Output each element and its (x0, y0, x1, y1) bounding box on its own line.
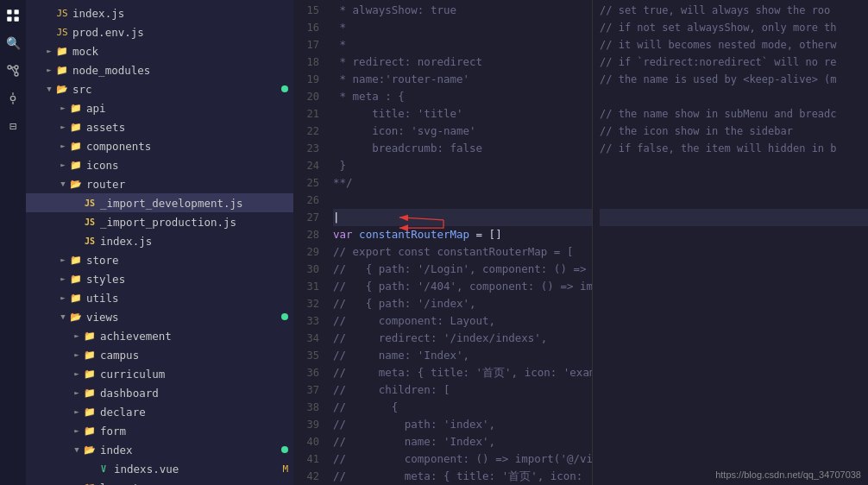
indexs-vue-file[interactable]: V indexs.vue M (26, 459, 293, 478)
js-file-icon: JS (83, 196, 97, 210)
files-icon[interactable] (3, 5, 23, 26)
list-item[interactable]: ► 📁 styles (26, 269, 293, 288)
folder-label: styles (86, 273, 293, 286)
folder-arrow-icon: ► (57, 273, 69, 285)
list-item[interactable]: ► 📁 components (26, 136, 293, 155)
list-item[interactable]: ► 📁 dashboard (26, 383, 293, 402)
file-label: _import_development.js (100, 197, 293, 210)
list-item[interactable]: JS prod.env.js (26, 22, 293, 41)
spacer-icon (71, 235, 83, 247)
list-item[interactable]: ► 📁 store (26, 250, 293, 269)
folder-arrow-icon: ► (71, 349, 83, 361)
folder-label: node_modules (72, 64, 293, 77)
import-prod-file[interactable]: JS _import_production.js (26, 212, 293, 231)
activity-bar: 🔍 ⊟ (0, 0, 26, 485)
folder-icon: 📁 (55, 63, 69, 77)
list-item[interactable]: ► 📁 assets (26, 117, 293, 136)
folder-label: dashboard (100, 387, 293, 400)
folder-icon: 📁 (83, 405, 97, 419)
list-item[interactable]: ► 📁 form (26, 421, 293, 440)
folder-arrow-icon: ► (57, 121, 69, 133)
svg-point-4 (8, 66, 11, 69)
folder-open-icon: 📂 (55, 82, 69, 96)
views-folder[interactable]: ▼ 📂 views (26, 307, 293, 326)
folder-arrow-icon: ▼ (57, 178, 69, 190)
folder-arrow-icon: ► (71, 482, 83, 485)
folder-arrow-icon: ► (57, 254, 69, 266)
folder-label: campus (100, 349, 293, 362)
list-item[interactable]: JS index.js (26, 3, 293, 22)
folder-icon: 📁 (69, 120, 83, 134)
folder-label: utils (86, 292, 293, 305)
folder-arrow-icon: ► (43, 64, 55, 76)
folder-label: assets (86, 121, 293, 134)
folder-arrow-icon: ► (71, 425, 83, 437)
list-item[interactable]: ► 📁 achievement (26, 326, 293, 345)
folder-label: layout (100, 482, 293, 486)
folder-icon: 📁 (69, 158, 83, 172)
folder-label: components (86, 140, 293, 153)
folder-icon: 📁 (69, 253, 83, 267)
views-index-folder[interactable]: ▼ 📂 index (26, 440, 293, 459)
git-icon[interactable] (3, 60, 23, 81)
right-code-text: // set true, will always show the roo //… (593, 0, 868, 485)
folder-label: router (86, 178, 293, 191)
list-item[interactable]: ► 📁 campus (26, 345, 293, 364)
folder-arrow-icon: ► (57, 140, 69, 152)
list-item[interactable]: ► 📁 api (26, 98, 293, 117)
list-item[interactable]: ► 📁 layout (26, 478, 293, 485)
folder-label: index (100, 444, 281, 457)
spacer-icon (43, 26, 55, 38)
svg-point-10 (10, 96, 15, 100)
folder-icon: 📁 (69, 139, 83, 153)
debug-icon[interactable] (3, 88, 23, 109)
watermark: https://blog.csdn.net/qq_34707038 (715, 469, 861, 480)
folder-icon: 📁 (83, 424, 97, 438)
file-label: index.js (72, 7, 293, 20)
spacer-icon (85, 463, 97, 475)
list-item[interactable]: ► 📁 utils (26, 288, 293, 307)
js-file-icon: JS (83, 215, 97, 229)
list-item[interactable]: ► 📁 mock (26, 41, 293, 60)
modified-badge (281, 446, 288, 453)
import-dev-file[interactable]: JS _import_development.js (26, 193, 293, 212)
js-file-icon: JS (83, 234, 97, 248)
router-folder[interactable]: ▼ 📂 router (26, 174, 293, 193)
file-label: prod.env.js (72, 26, 293, 39)
folder-arrow-icon: ► (43, 45, 55, 57)
extensions-icon[interactable]: ⊟ (3, 116, 23, 136)
folder-icon: 📁 (69, 272, 83, 286)
code-text[interactable]: * alwaysShow: true * * * redirect: nored… (326, 0, 592, 485)
js-file-icon: JS (55, 25, 69, 39)
folder-label: src (72, 83, 281, 96)
folder-icon: 📁 (83, 386, 97, 400)
modified-marker: M (282, 463, 288, 475)
editor-area: 1516171819 2021222324 2526272829 3031323… (293, 0, 868, 485)
folder-icon: 📁 (55, 44, 69, 58)
list-item[interactable]: ► 📁 curriculum (26, 364, 293, 383)
file-label: index.js (100, 235, 293, 248)
svg-line-9 (11, 67, 15, 72)
svg-rect-1 (15, 9, 19, 14)
file-label: indexs.vue (114, 463, 282, 476)
right-comments-panel: // set true, will always show the roo //… (592, 0, 868, 485)
folder-open-icon: 📂 (69, 310, 83, 324)
svg-point-5 (15, 72, 18, 76)
router-index-file[interactable]: JS index.js (26, 231, 293, 250)
svg-rect-3 (15, 17, 19, 22)
modified-badge (281, 85, 288, 92)
list-item[interactable]: ► 📁 node_modules (26, 60, 293, 79)
right-code-body: // set true, will always show the roo //… (593, 0, 868, 485)
file-tree: JS index.js JS prod.env.js ► 📁 mock ► 📁 … (26, 0, 293, 485)
folder-label: views (86, 311, 281, 324)
list-item[interactable]: ▼ 📂 src (26, 79, 293, 98)
folder-label: api (86, 102, 293, 115)
folder-arrow-icon: ► (57, 159, 69, 171)
list-item[interactable]: ► 📁 icons (26, 155, 293, 174)
folder-arrow-icon: ► (71, 368, 83, 380)
search-icon[interactable]: 🔍 (3, 33, 23, 54)
list-item[interactable]: ► 📁 declare (26, 402, 293, 421)
folder-arrow-icon: ► (71, 406, 83, 418)
js-file-icon: JS (55, 6, 69, 20)
vue-file-icon: V (97, 462, 110, 476)
